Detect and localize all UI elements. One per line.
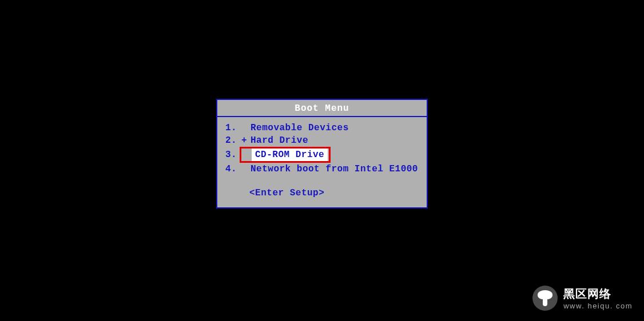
boot-menu-window: Boot Menu 1. Removable Devices 2. + Hard… xyxy=(216,99,428,208)
boot-item-selected: CD-ROM Drive xyxy=(252,149,328,161)
boot-item-label: Hard Drive xyxy=(251,134,308,147)
boot-menu-body: 1. Removable Devices 2. + Hard Drive 3. … xyxy=(217,117,427,207)
boot-item-number: 1. xyxy=(225,122,241,134)
boot-menu-title: Boot Menu xyxy=(217,100,427,117)
boot-item-label: Removable Devices xyxy=(251,122,349,134)
boot-item-cdrom-drive[interactable]: 3. CD-ROM Drive xyxy=(225,147,419,163)
boot-item-number: 3. xyxy=(225,149,241,161)
boot-item-hard-drive[interactable]: 2. + Hard Drive xyxy=(225,134,419,147)
watermark: 黑区网络 www. heiqu. com xyxy=(532,286,633,311)
highlight-annotation: CD-ROM Drive xyxy=(240,147,331,163)
boot-item-number: 2. xyxy=(225,134,241,147)
boot-item-network-boot[interactable]: 4. Network boot from Intel E1000 xyxy=(225,163,419,175)
mushroom-icon xyxy=(532,286,558,311)
boot-item-label: Network boot from Intel E1000 xyxy=(251,163,418,175)
boot-item-expand-icon: + xyxy=(241,134,251,147)
boot-item-number: 4. xyxy=(225,163,241,175)
watermark-title: 黑区网络 xyxy=(563,286,633,302)
watermark-url: www. heiqu. com xyxy=(563,302,633,310)
enter-setup-link[interactable]: <Enter Setup> xyxy=(225,188,419,198)
boot-item-removable-devices[interactable]: 1. Removable Devices xyxy=(225,122,419,134)
boot-item-label: CD-ROM Drive xyxy=(255,149,324,161)
watermark-text: 黑区网络 www. heiqu. com xyxy=(563,286,633,310)
